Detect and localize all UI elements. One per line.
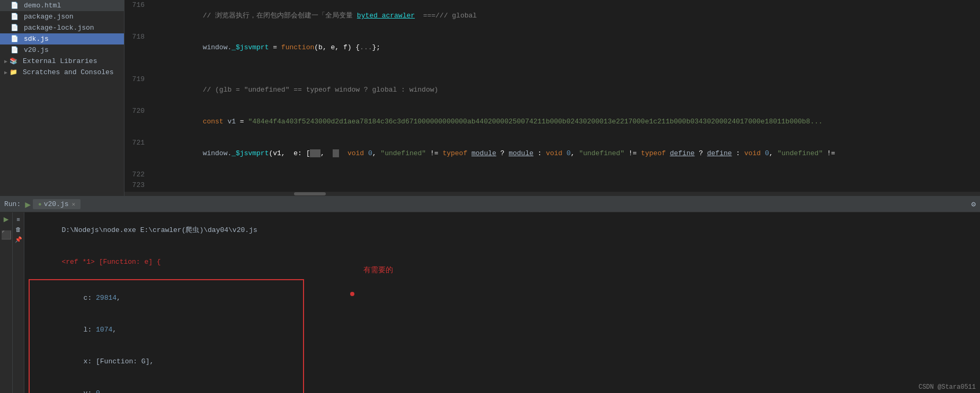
sidebar-item-label: Scratches and Consoles xyxy=(23,68,114,76)
console-out-y: y: 0, xyxy=(34,378,299,393)
run-side-strip: ≡ 🗑 📌 xyxy=(13,212,24,393)
run-panel: Run: ▶ ● v20.js ✕ ⚙ ▶ ⬛ ≡ 🗑 📌 D:\Nodejs\… xyxy=(0,196,980,393)
sidebar-item-label: package.json xyxy=(24,13,74,21)
run-tab-label: v20.js xyxy=(44,200,69,208)
run-side-btn-3[interactable]: 📌 xyxy=(15,236,22,243)
red-dot-marker xyxy=(350,292,354,296)
line-num: 723 xyxy=(124,180,151,191)
scrollbar-thumb[interactable] xyxy=(294,192,326,195)
code-line-716: 716 // 浏览器执行，在闭包内部会创建一「全局变量 byted_acrawl… xyxy=(124,0,980,32)
run-label: Run: xyxy=(4,200,21,208)
run-tab-v20js[interactable]: ● v20.js ✕ xyxy=(33,199,81,209)
run-side-btn-2[interactable]: 🗑 xyxy=(15,226,21,233)
file-icon: 📄 xyxy=(11,35,19,43)
sidebar-item-label: External Libraries xyxy=(23,57,97,65)
csdn-watermark: CSDN @Stara0511 xyxy=(919,383,976,391)
code-line-empty xyxy=(124,64,980,74)
code-lines: 716 // 浏览器执行，在闭包内部会创建一「全局变量 byted_acrawl… xyxy=(124,0,980,192)
sidebar-item-sdk-js[interactable]: 📄 sdk.js xyxy=(0,33,124,44)
line-num: 716 xyxy=(124,0,151,11)
run-btn-1[interactable]: ▶ xyxy=(2,215,11,224)
console-output[interactable]: D:\Nodejs\node.exe E:\crawler(爬虫)\day04\… xyxy=(24,212,980,393)
console-ref-line: <ref *1> [Function: e] { xyxy=(29,246,976,278)
file-icon: 📄 xyxy=(11,13,19,21)
line-content: // (glb = "undefined" == typeof window ?… xyxy=(151,74,980,106)
sidebar-item-label: sdk.js xyxy=(24,35,49,43)
file-icon: 📄 xyxy=(11,24,19,32)
run-side-btn-1[interactable]: ≡ xyxy=(16,217,20,223)
sidebar-item-demo-html[interactable]: 📄 demo.html xyxy=(0,0,124,11)
line-num: 718 xyxy=(124,32,151,42)
line-content: // 浏览器执行，在闭包内部会创建一「全局变量 byted_acrawler =… xyxy=(151,0,980,32)
tab-file-icon: ● xyxy=(38,201,42,208)
sidebar-item-package-lock-json[interactable]: 📄 package-lock.json xyxy=(0,22,124,33)
sidebar-item-v20-js[interactable]: 📄 v20.js xyxy=(0,44,124,56)
line-content: window._$jsvmprt = function(b, e, f) {..… xyxy=(151,32,980,64)
console-out-x: x: [Function: G], xyxy=(34,346,299,378)
library-icon: 📚 xyxy=(10,57,17,65)
console-command-line: D:\Nodejs\node.exe E:\crawler(爬虫)\day04\… xyxy=(29,215,976,246)
command-text: D:\Nodejs\node.exe E:\crawler(爬虫)\day04\… xyxy=(61,226,257,234)
code-line-720: 720 const v1 = "484e4f4a403f5243000d2d1a… xyxy=(124,106,980,138)
code-area: 716 // 浏览器执行，在闭包内部会创建一「全局变量 byted_acrawl… xyxy=(124,0,980,196)
line-num: 719 xyxy=(124,74,151,85)
chinese-note-text: 有需要的 xyxy=(363,266,393,274)
settings-icon[interactable]: ⚙ xyxy=(972,200,976,209)
ref-text: <ref *1> [Function: e] { xyxy=(61,258,161,266)
chevron-icon: ▶ xyxy=(4,58,7,65)
file-icon: 📄 xyxy=(11,2,19,10)
tab-close-button[interactable]: ✕ xyxy=(72,201,75,208)
chevron-icon: ▶ xyxy=(4,69,7,76)
console-highlighted-block: c: 29814, l: 1074, x: [Function: G], y: … xyxy=(29,279,304,393)
line-content: window._$jsvmprt(v1, e: [ , void 0, "und… xyxy=(151,138,980,169)
run-toolbar: Run: ▶ ● v20.js ✕ ⚙ xyxy=(0,196,980,212)
run-btn-2[interactable]: ⬛ xyxy=(2,230,11,240)
code-line-719: 719 // (glb = "undefined" == typeof wind… xyxy=(124,74,980,106)
console-out-l: l: 1074, xyxy=(34,314,299,346)
sidebar-item-label: v20.js xyxy=(24,46,49,54)
code-line-724: 724 console.log(window.byted_acrawler.si… xyxy=(124,191,980,192)
main-area: 📄 demo.html 📄 package.json 📄 package-loc… xyxy=(0,0,980,196)
chinese-note: 有需要的 xyxy=(363,265,393,275)
code-line-718: 718 window._$jsvmprt = function(b, e, f)… xyxy=(124,32,980,64)
run-toolbar-right: ⚙ xyxy=(972,200,976,209)
horizontal-scrollbar[interactable] xyxy=(124,192,980,196)
line-num: 720 xyxy=(124,106,151,117)
sidebar: 📄 demo.html 📄 package.json 📄 package-loc… xyxy=(0,0,124,196)
console-out-c: c: 29814, xyxy=(34,282,299,314)
sidebar-item-external-libraries[interactable]: ▶ 📚 External Libraries xyxy=(0,56,124,67)
line-content: const v1 = "484e4f4a403f5243000d2d1aea78… xyxy=(151,106,980,138)
sidebar-item-scratches-consoles[interactable]: ▶ 📁 Scratches and Consoles xyxy=(0,67,124,78)
run-left-buttons: ▶ ⬛ xyxy=(0,212,13,393)
sidebar-item-label: demo.html xyxy=(24,2,61,10)
folder-icon: 📁 xyxy=(10,68,17,76)
sidebar-item-label: package-lock.json xyxy=(24,24,94,32)
code-line-723: 723 xyxy=(124,180,980,191)
code-scroll[interactable]: 716 // 浏览器执行，在闭包内部会创建一「全局变量 byted_acrawl… xyxy=(124,0,980,192)
file-icon: 📄 xyxy=(11,46,19,54)
code-line-721: 721 window._$jsvmprt(v1, e: [ , void 0, … xyxy=(124,138,980,169)
csdn-text: CSDN @Stara0511 xyxy=(919,383,976,391)
sidebar-item-package-json[interactable]: 📄 package.json xyxy=(0,11,124,22)
code-line-722: 722 xyxy=(124,169,980,180)
line-num: 722 xyxy=(124,169,151,180)
run-content: ▶ ⬛ ≡ 🗑 📌 D:\Nodejs\node.exe E:\crawler(… xyxy=(0,212,980,393)
run-play-button[interactable]: ▶ xyxy=(25,199,31,210)
line-num: 721 xyxy=(124,138,151,148)
